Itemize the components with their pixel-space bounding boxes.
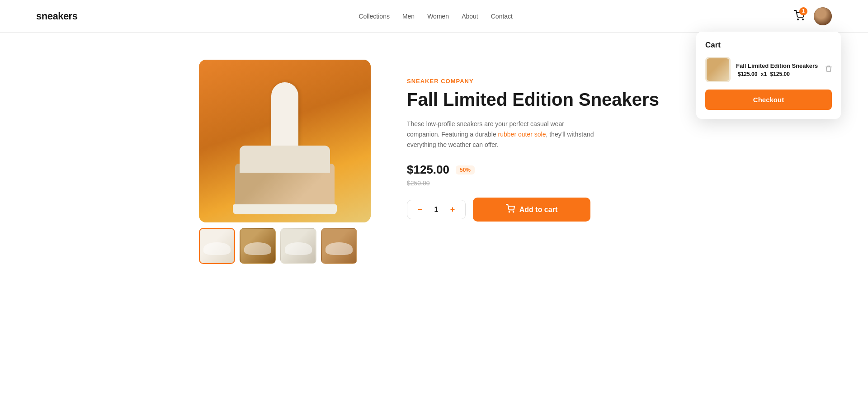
- svg-point-0: [797, 19, 798, 20]
- thumb-shoe-1: [200, 229, 234, 263]
- add-to-cart-button[interactable]: Add to cart: [473, 198, 590, 222]
- product-images: [199, 60, 371, 264]
- cart-total: $125.00: [770, 71, 789, 77]
- cart-btn-icon: [506, 204, 515, 215]
- nav-about[interactable]: About: [462, 13, 478, 20]
- nav-contact[interactable]: Contact: [491, 13, 513, 20]
- cart-item: Fall Limited Edition Sneakers $125.00 x1…: [705, 57, 832, 82]
- checkout-button[interactable]: Checkout: [705, 90, 832, 110]
- nav-men[interactable]: Men: [402, 13, 415, 20]
- cart-delete-button[interactable]: [826, 65, 832, 74]
- description-link[interactable]: rubber outer sole: [498, 131, 546, 138]
- shoe-sole: [233, 204, 337, 214]
- main-image-background: [199, 60, 371, 222]
- main-product-image: [199, 60, 371, 222]
- cart-quantity: x1: [761, 71, 767, 77]
- cart-item-name: Fall Limited Edition Sneakers: [736, 62, 820, 69]
- main-nav: Collections Men Women About Contact: [359, 13, 513, 20]
- thumbnail-3[interactable]: [280, 228, 316, 264]
- cart-title: Cart: [705, 41, 832, 50]
- avatar-image: [814, 7, 832, 25]
- nav-women[interactable]: Women: [427, 13, 449, 20]
- thumb-shoe-4: [322, 229, 356, 263]
- cart-count-badge: 1: [799, 7, 807, 15]
- main-content: SNEAKER COMPANY Fall Limited Edition Sne…: [163, 33, 705, 291]
- original-price: $250.00: [407, 179, 669, 187]
- site-header: sneakers Collections Men Women About Con…: [0, 0, 868, 33]
- product-description: These low-profile sneakers are your perf…: [407, 119, 597, 150]
- add-to-cart-label: Add to cart: [519, 206, 557, 214]
- header-actions: 1: [794, 7, 832, 25]
- product-info: SNEAKER COMPANY Fall Limited Edition Sne…: [407, 60, 669, 222]
- thumbnail-2[interactable]: [240, 228, 276, 264]
- cart-icon-button[interactable]: 1: [794, 10, 805, 23]
- price-row: $125.00 50%: [407, 163, 669, 177]
- quantity-control: − 1 +: [407, 200, 466, 219]
- cart-item-image: [707, 58, 729, 81]
- svg-point-2: [509, 212, 509, 212]
- thumb-shoe-3: [281, 229, 316, 263]
- logo[interactable]: sneakers: [36, 10, 77, 22]
- svg-point-1: [802, 19, 803, 20]
- brand-label: SNEAKER COMPANY: [407, 78, 669, 85]
- cart-item-details: Fall Limited Edition Sneakers $125.00 x1…: [736, 62, 820, 77]
- discount-badge: 50%: [456, 165, 475, 175]
- cart-unit-price: $125.00: [738, 71, 757, 77]
- thumbnail-1[interactable]: [199, 228, 235, 264]
- nav-collections[interactable]: Collections: [359, 13, 389, 20]
- current-price: $125.00: [407, 163, 449, 177]
- cart-dropdown: Cart Fall Limited Edition Sneakers $125.…: [696, 32, 841, 119]
- quantity-value: 1: [432, 206, 441, 214]
- cart-item-pricing: $125.00 x1 $125.00: [736, 71, 820, 77]
- product-title: Fall Limited Edition Sneakers: [407, 89, 669, 110]
- svg-point-3: [513, 212, 514, 212]
- cart-item-thumbnail: [705, 57, 731, 82]
- quantity-decrease-button[interactable]: −: [415, 205, 425, 214]
- product-thumbnails: [199, 228, 371, 264]
- quantity-increase-button[interactable]: +: [448, 205, 457, 214]
- thumb-shoe-2: [241, 229, 275, 263]
- avatar[interactable]: [814, 7, 832, 25]
- quantity-cart-row: − 1 + Add to cart: [407, 198, 669, 222]
- shoe-body: [235, 164, 335, 209]
- shoe-top: [240, 146, 330, 173]
- sneaker-illustration: [231, 82, 339, 209]
- thumbnail-4[interactable]: [321, 228, 357, 264]
